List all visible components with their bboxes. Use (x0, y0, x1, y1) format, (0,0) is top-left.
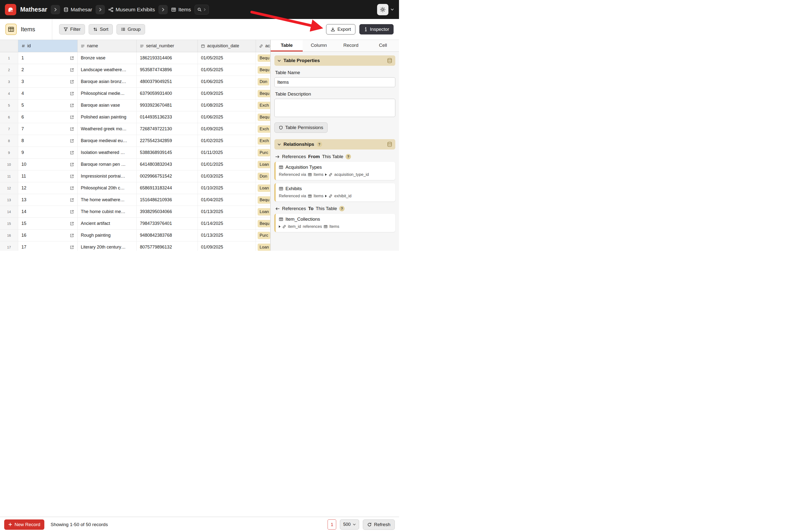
cell-acquisition-date[interactable]: 01/13/2025 (198, 230, 256, 241)
cell-acquisition-date[interactable]: 01/08/2025 (198, 99, 256, 111)
cell-name[interactable]: Ancient artifact (78, 218, 137, 230)
cell-serial-number[interactable]: 1862193314406 (137, 52, 198, 64)
cell-id[interactable]: 9 (18, 147, 78, 158)
cell-acquisition-date[interactable]: 01/01/2025 (198, 158, 256, 170)
cell-acquisition-type[interactable]: Loan (256, 182, 270, 194)
cell-serial-number[interactable]: 7268749722130 (137, 123, 198, 135)
cell-name[interactable]: Weathered greek mo… (78, 123, 137, 135)
open-record-icon[interactable] (70, 198, 74, 202)
cell-acquisition-type[interactable]: Loan (256, 158, 270, 170)
relationship-card[interactable]: Item_Collections item_id references Item… (274, 214, 395, 232)
cell-name[interactable]: Philosophical medie… (78, 88, 137, 99)
cell-id[interactable]: 13 (18, 194, 78, 206)
open-record-icon[interactable] (70, 127, 74, 131)
cell-acquisition-date[interactable]: 01/10/2025 (198, 182, 256, 194)
open-record-icon[interactable] (70, 103, 74, 108)
cell-acquisition-type[interactable]: Bequ (256, 52, 270, 64)
open-record-icon[interactable] (70, 56, 74, 60)
help-icon[interactable] (339, 206, 345, 211)
open-record-icon[interactable] (70, 79, 74, 84)
row-number-cell[interactable]: 16 (0, 230, 18, 241)
breadcrumb-database[interactable]: Mathesar (63, 7, 92, 13)
cell-name[interactable]: Isolation weathered … (78, 147, 137, 158)
cell-id[interactable]: 2 (18, 64, 78, 76)
column-header-name[interactable]: name (78, 40, 137, 52)
cell-serial-number[interactable]: 9480842383768 (137, 230, 198, 241)
cell-name[interactable]: Philosophical 20th c… (78, 182, 137, 194)
cell-acquisition-type[interactable]: Purc (256, 147, 270, 158)
cell-id[interactable]: 7 (18, 123, 78, 135)
cell-name[interactable]: Baroque medieval eu… (78, 135, 137, 147)
cell-acquisition-date[interactable]: 01/02/2025 (198, 135, 256, 147)
cell-acquisition-type[interactable]: Loan (256, 206, 270, 218)
cell-serial-number[interactable]: 0144935136233 (137, 111, 198, 123)
export-button[interactable]: Export (326, 24, 356, 35)
open-record-icon[interactable] (70, 174, 74, 178)
row-number-cell[interactable]: 6 (0, 111, 18, 123)
open-record-icon[interactable] (70, 245, 74, 249)
cell-acquisition-type[interactable]: Bequ (256, 194, 270, 206)
open-record-icon[interactable] (70, 115, 74, 119)
table-properties-section-header[interactable]: Table Properties (274, 55, 395, 66)
row-number-cell[interactable]: 3 (0, 76, 18, 88)
cell-name[interactable]: Literary 20th century… (78, 241, 137, 251)
column-header-id[interactable]: id (18, 40, 78, 52)
cell-acquisition-date[interactable]: 01/09/2025 (198, 123, 256, 135)
cell-serial-number[interactable]: 0029966751542 (137, 170, 198, 182)
table-search-button[interactable] (194, 5, 209, 15)
column-header-acquisition-date[interactable]: acquisition_date (198, 40, 256, 52)
cell-acquisition-type[interactable]: Bequ (256, 64, 270, 76)
cell-acquisition-date[interactable]: 01/03/2025 (198, 170, 256, 182)
table-description-input[interactable] (274, 99, 395, 117)
table-name-input[interactable] (274, 77, 395, 87)
cell-id[interactable]: 1 (18, 52, 78, 64)
cell-acquisition-date[interactable]: 01/11/2025 (198, 147, 256, 158)
cell-acquisition-date[interactable]: 01/09/2025 (198, 241, 256, 251)
cell-name[interactable]: Polished asian painting (78, 111, 137, 123)
cell-acquisition-date[interactable]: 01/13/2025 (198, 206, 256, 218)
breadcrumb-table[interactable]: Items (171, 7, 191, 13)
row-number-cell[interactable]: 4 (0, 88, 18, 99)
cell-serial-number[interactable]: 6586913183244 (137, 182, 198, 194)
row-number-cell[interactable]: 8 (0, 135, 18, 147)
column-header-acquisition-type[interactable]: acc (256, 40, 270, 52)
sort-button[interactable]: Sort (89, 24, 113, 35)
tab-cell[interactable]: Cell (367, 40, 399, 52)
breadcrumb-schema[interactable]: Museum Exhibits (108, 7, 155, 13)
open-record-icon[interactable] (70, 91, 74, 96)
cell-acquisition-date[interactable]: 01/09/2025 (198, 88, 256, 99)
cell-id[interactable]: 15 (18, 218, 78, 230)
cell-name[interactable]: The home cubist me… (78, 206, 137, 218)
tab-table[interactable]: Table (271, 40, 303, 52)
cell-id[interactable]: 8 (18, 135, 78, 147)
cell-name[interactable]: The home weathere… (78, 194, 137, 206)
row-number-cell[interactable]: 14 (0, 206, 18, 218)
open-record-icon[interactable] (70, 162, 74, 167)
relationship-card[interactable]: Acquisition Types Referenced via Items a… (274, 162, 395, 180)
relationship-card[interactable]: Exhibits Referenced via Items exhibit_id (274, 183, 395, 202)
cell-serial-number[interactable]: 9933923670481 (137, 99, 198, 111)
cell-name[interactable]: Baroque roman pen … (78, 158, 137, 170)
cell-serial-number[interactable]: 8075779896132 (137, 241, 198, 251)
cell-serial-number[interactable]: 3938295034066 (137, 206, 198, 218)
open-record-icon[interactable] (70, 68, 74, 72)
open-record-icon[interactable] (70, 139, 74, 143)
row-number-cell[interactable]: 13 (0, 194, 18, 206)
cell-acquisition-date[interactable]: 01/05/2025 (198, 64, 256, 76)
cell-id[interactable]: 14 (18, 206, 78, 218)
open-record-icon[interactable] (70, 151, 74, 155)
cell-name[interactable]: Baroque asian vase (78, 99, 137, 111)
cell-acquisition-type[interactable]: Bequ (256, 218, 270, 230)
cell-serial-number[interactable]: 2275542342859 (137, 135, 198, 147)
cell-id[interactable]: 16 (18, 230, 78, 241)
row-number-cell[interactable]: 12 (0, 182, 18, 194)
tab-record[interactable]: Record (335, 40, 367, 52)
cell-name[interactable]: Rough painting (78, 230, 137, 241)
help-icon[interactable] (317, 141, 322, 147)
cell-acquisition-type[interactable]: Bequ (256, 111, 270, 123)
row-number-cell[interactable]: 7 (0, 123, 18, 135)
column-header-serial-number[interactable]: serial_number (137, 40, 198, 52)
help-icon[interactable] (345, 154, 351, 159)
cell-id[interactable]: 5 (18, 99, 78, 111)
row-number-cell[interactable]: 15 (0, 218, 18, 230)
